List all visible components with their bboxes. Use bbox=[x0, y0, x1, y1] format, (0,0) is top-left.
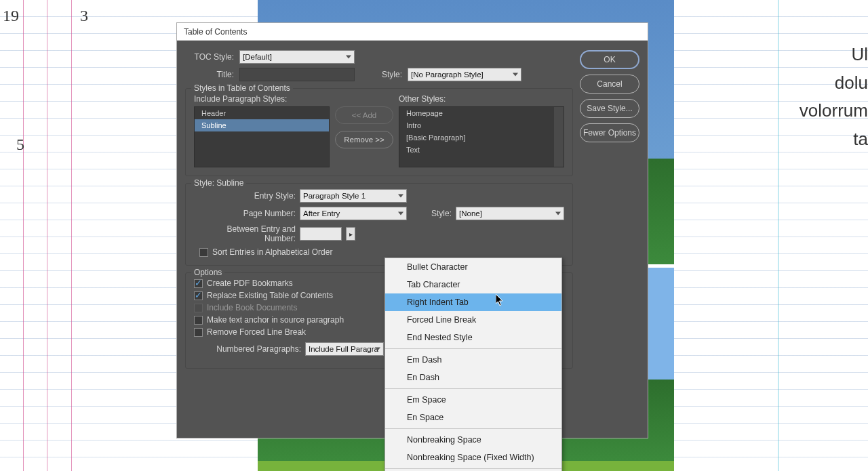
include-book-label: Include Book Documents bbox=[207, 303, 297, 312]
between-label: Between Entry and Number: bbox=[194, 224, 296, 243]
bg-number: 19 bbox=[3, 7, 19, 25]
menu-separator bbox=[385, 388, 561, 389]
list-item[interactable]: Subline bbox=[195, 119, 329, 131]
fewer-options-button[interactable]: Fewer Options bbox=[580, 123, 639, 142]
cursor-icon bbox=[496, 294, 504, 306]
toc-style-row: TOC Style: [Default] bbox=[188, 50, 573, 64]
dialog-right-column: OK Cancel Save Style... Fewer Options bbox=[573, 50, 639, 428]
bg-body-text: Ul dolu volorrum ta bbox=[800, 41, 868, 153]
title-style-label: Style: bbox=[382, 70, 402, 79]
include-book-checkbox bbox=[194, 304, 203, 312]
list-item[interactable]: Intro bbox=[399, 119, 564, 131]
title-style-dropdown[interactable]: [No Paragraph Style] bbox=[408, 68, 521, 81]
bg-number: 5 bbox=[16, 136, 24, 154]
remove-forced-label: Remove Forced Line Break bbox=[207, 327, 306, 337]
list-item[interactable]: [Basic Paragraph] bbox=[399, 131, 564, 144]
column-guide bbox=[778, 0, 778, 471]
menu-item[interactable]: En Space bbox=[385, 409, 561, 426]
margin-guide bbox=[47, 0, 47, 471]
menu-item[interactable]: Em Space bbox=[385, 391, 561, 409]
include-styles-listbox[interactable]: Header Subline bbox=[194, 106, 330, 167]
other-styles-listbox[interactable]: Homepage Intro [Basic Paragraph] Text bbox=[399, 106, 564, 167]
dialog-title: Table of Contents bbox=[184, 27, 247, 37]
cancel-button[interactable]: Cancel bbox=[580, 75, 639, 94]
replace-toc-checkbox[interactable] bbox=[194, 291, 203, 300]
menu-item[interactable]: Forced Line Break bbox=[385, 311, 561, 329]
list-item[interactable]: Homepage bbox=[399, 107, 564, 119]
entry-style-label: Entry Style: bbox=[194, 191, 296, 201]
menu-item[interactable]: Nonbreaking Space (Fixed Width) bbox=[385, 449, 561, 466]
anchor-label: Make text anchor in source paragraph bbox=[207, 315, 344, 325]
menu-item[interactable]: Em Dash bbox=[385, 351, 561, 369]
save-style-button[interactable]: Save Style... bbox=[580, 99, 639, 118]
create-pdf-label: Create PDF Bookmarks bbox=[207, 279, 293, 288]
styles-group: Styles in Table of Contents Include Para… bbox=[185, 88, 573, 176]
pn-style-dropdown[interactable]: [None] bbox=[456, 207, 564, 220]
sort-label: Sort Entries in Alphabetical Order bbox=[212, 247, 332, 257]
between-flyout-button[interactable]: ▸ bbox=[346, 227, 355, 241]
menu-separator bbox=[385, 348, 561, 349]
menu-item[interactable]: Nonbreaking Space bbox=[385, 431, 561, 449]
bg-number: 3 bbox=[80, 7, 88, 25]
toc-style-label: TOC Style: bbox=[188, 52, 234, 62]
dialog-titlebar[interactable]: Table of Contents bbox=[177, 23, 648, 41]
style-detail-title: Style: Subline bbox=[191, 178, 246, 188]
pn-style-label: Style: bbox=[431, 209, 452, 218]
entry-style-dropdown[interactable]: Paragraph Style 1 bbox=[300, 189, 407, 203]
include-styles-label: Include Paragraph Styles: bbox=[194, 94, 330, 104]
scrollbar[interactable] bbox=[554, 107, 564, 167]
page-number-dropdown[interactable]: After Entry bbox=[300, 207, 407, 220]
styles-group-title: Styles in Table of Contents bbox=[191, 83, 293, 93]
menu-separator bbox=[385, 468, 561, 469]
margin-guide bbox=[71, 0, 72, 471]
replace-toc-label: Replace Existing Table of Contents bbox=[207, 291, 333, 300]
list-item[interactable]: Text bbox=[399, 144, 564, 156]
menu-item[interactable]: En Dash bbox=[385, 369, 561, 386]
margin-guide bbox=[23, 0, 24, 471]
page-number-label: Page Number: bbox=[194, 209, 296, 218]
remove-style-button[interactable]: Remove >> bbox=[335, 131, 393, 148]
sort-checkbox[interactable] bbox=[199, 248, 208, 257]
toc-style-dropdown[interactable]: [Default] bbox=[239, 50, 355, 64]
special-character-menu[interactable]: Bullet CharacterTab CharacterRight Inden… bbox=[384, 258, 562, 471]
menu-item[interactable]: End Nested Style bbox=[385, 329, 561, 346]
menu-separator bbox=[385, 428, 561, 429]
between-input[interactable] bbox=[300, 227, 342, 241]
title-label: Title: bbox=[188, 70, 234, 79]
menu-item[interactable]: Tab Character bbox=[385, 276, 561, 293]
anchor-checkbox[interactable] bbox=[194, 316, 203, 325]
ok-button[interactable]: OK bbox=[580, 50, 639, 69]
title-row: Title: Style: [No Paragraph Style] bbox=[188, 68, 573, 81]
options-group-title: Options bbox=[191, 268, 224, 277]
other-styles-label: Other Styles: bbox=[399, 94, 564, 104]
title-input[interactable] bbox=[239, 68, 355, 81]
numbered-label: Numbered Paragraphs: bbox=[194, 344, 301, 354]
style-detail-group: Style: Subline Entry Style: Paragraph St… bbox=[185, 183, 573, 266]
numbered-dropdown[interactable]: Include Full Paragra bbox=[305, 342, 384, 356]
add-style-button: << Add bbox=[335, 106, 393, 124]
create-pdf-checkbox[interactable] bbox=[194, 279, 203, 288]
list-item[interactable]: Header bbox=[195, 107, 329, 119]
menu-item[interactable]: Bullet Character bbox=[385, 258, 561, 276]
menu-item[interactable]: Right Indent Tab bbox=[385, 293, 561, 311]
remove-forced-checkbox[interactable] bbox=[194, 328, 203, 337]
